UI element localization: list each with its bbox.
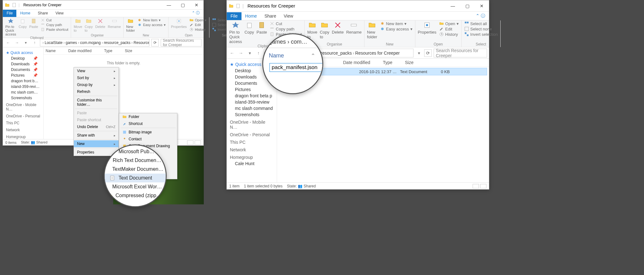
nav-item[interactable]: Screenshots <box>3 95 43 101</box>
view-icons-button[interactable] <box>480 184 486 188</box>
nav-item[interactable]: mc slash command <box>3 89 43 95</box>
rename-button[interactable]: Rename <box>346 21 362 35</box>
col-date[interactable]: Date modified <box>343 60 370 65</box>
tab-view[interactable]: View <box>280 12 297 20</box>
col-type[interactable]: Type <box>383 60 392 65</box>
address-dropdown[interactable]: ▾ <box>415 50 422 57</box>
zoom-item[interactable]: Microsoft Excel Wor… <box>105 182 166 191</box>
move-to-button[interactable]: Move to <box>307 21 317 39</box>
new-folder[interactable]: Folder <box>119 113 177 120</box>
nav-forward-button[interactable]: → <box>14 39 20 46</box>
crumb[interactable]: Resources for Creeper <box>355 51 400 56</box>
new-shortcut[interactable]: Shortcut <box>119 120 177 127</box>
cut-button[interactable]: Cut <box>269 21 302 26</box>
nav-up-button[interactable]: ↑ <box>255 50 262 57</box>
new-item-button[interactable]: ✱New item ▾ <box>380 21 413 26</box>
easy-access-button[interactable]: Easy access ▾ <box>380 26 413 31</box>
crumb[interactable]: games <box>66 40 77 45</box>
open-button[interactable]: Open ▾ <box>439 21 459 26</box>
delete-button[interactable]: Delete <box>332 21 344 35</box>
easy-access-button[interactable]: Easy access ▾ <box>137 23 166 27</box>
history-button[interactable]: History <box>189 27 207 32</box>
view-details-button[interactable] <box>473 184 479 188</box>
copy-to-button[interactable]: Copy to <box>320 21 329 39</box>
copy-button[interactable]: Copy <box>244 21 254 35</box>
history-button[interactable]: History <box>439 32 459 37</box>
new-bitmap[interactable]: Bitmap image <box>119 129 177 136</box>
ctx-sort-by[interactable]: Sort by▸ <box>74 74 119 81</box>
new-folder-button[interactable]: New folder <box>367 21 377 39</box>
refresh-button[interactable]: ⟳ <box>151 39 159 46</box>
onedrive-item[interactable]: OneDrive - Personal <box>227 130 277 138</box>
edit-button[interactable]: Edit <box>189 23 207 27</box>
homegroup-item[interactable]: Homegroup <box>227 153 277 160</box>
crumb[interactable]: Resources for Creeper <box>134 40 149 45</box>
ctx-new[interactable]: New▸ <box>74 140 119 147</box>
nav-pane[interactable]: ★ Quick access Desktop📌 Downloads📌 Docum… <box>3 47 44 139</box>
delete-button[interactable]: Delete <box>95 18 105 29</box>
homegroup-item[interactable]: Homegroup <box>3 133 43 139</box>
onedrive-item[interactable]: OneDrive - Mobile N… <box>227 118 277 130</box>
column-headers[interactable]: Name Date modified Type Size <box>44 47 203 55</box>
nav-back-button[interactable]: ← <box>5 39 12 46</box>
ribbon-help-icon[interactable]: ⌃ ⓘ <box>188 9 203 17</box>
copy-path-button[interactable]: Copy path <box>41 23 68 27</box>
ctx-group-by[interactable]: Group by▸ <box>74 81 119 88</box>
invert-selection-button[interactable]: Invert selection <box>464 32 498 37</box>
ctx-share-with[interactable]: Share with▸ <box>74 132 119 139</box>
nav-forward-button[interactable]: → <box>237 50 244 57</box>
tab-share[interactable]: Share <box>261 12 280 20</box>
network-item[interactable]: Network <box>3 126 43 133</box>
search-input[interactable]: Search Resources for Creeper <box>434 49 487 57</box>
paste-button[interactable]: Paste <box>257 21 267 35</box>
nav-item[interactable]: mc slash command <box>227 105 277 111</box>
refresh-button[interactable]: ⟳ <box>424 49 432 57</box>
properties-button[interactable]: Properties <box>418 21 436 35</box>
nav-item[interactable]: Downloads📌 <box>3 61 43 67</box>
new-contact[interactable]: Contact <box>119 136 177 143</box>
paste-button[interactable]: Paste <box>29 18 38 29</box>
tab-file[interactable]: File <box>3 10 16 17</box>
col-size[interactable]: Size <box>405 60 414 65</box>
nav-item[interactable]: Screenshots <box>227 111 277 118</box>
tab-home[interactable]: Home <box>242 12 261 20</box>
crumb[interactable]: resource_packs <box>104 40 130 45</box>
nav-item[interactable]: Desktop📌 <box>3 56 43 61</box>
nav-recent-button[interactable]: ▾ <box>22 39 29 46</box>
crumb[interactable]: resource_packs <box>321 51 352 56</box>
col-name[interactable]: Name <box>46 49 56 53</box>
tab-share[interactable]: Share <box>34 10 52 17</box>
select-all-button[interactable]: Select all <box>464 21 498 26</box>
new-folder-button[interactable]: New folder <box>126 18 135 32</box>
copy-to-button[interactable]: Copy to <box>85 18 93 32</box>
properties-button[interactable]: Properties <box>171 18 187 29</box>
zoom-item[interactable]: TextMaker Documen… <box>105 165 166 174</box>
col-date[interactable]: Date modified <box>68 49 92 53</box>
tab-view[interactable]: View <box>52 10 67 17</box>
quick-access-header[interactable]: ★ Quick access <box>3 49 43 56</box>
maximize-button[interactable]: ▢ <box>460 0 475 12</box>
view-details-button[interactable] <box>187 140 193 145</box>
search-input[interactable]: Search Resources for Creeper <box>161 39 202 46</box>
pin-to-quick-access-button[interactable]: Pin to Quick access <box>229 21 242 44</box>
nav-user[interactable]: Cale Hunt <box>227 160 277 167</box>
nav-recent-button[interactable]: ▾ <box>246 50 253 57</box>
view-icons-button[interactable] <box>195 140 201 145</box>
nav-item[interactable]: island-359-review <box>3 84 43 89</box>
ribbon-help-icon[interactable]: ⌃ ⓘ <box>472 12 489 20</box>
network-item[interactable]: Network <box>227 145 277 153</box>
cut-button[interactable]: Cut <box>41 18 68 22</box>
thispc-item[interactable]: This PC <box>3 119 43 126</box>
onedrive-item[interactable]: OneDrive - Mobile N… <box>3 101 43 112</box>
close-button[interactable]: ✕ <box>190 0 203 10</box>
titlebar[interactable]: | Resources for Creeper ― ▢ ✕ <box>227 0 489 12</box>
nav-item[interactable]: island-359-review <box>227 99 277 105</box>
nav-item[interactable]: Pictures <box>227 86 277 93</box>
nav-item[interactable]: dragon front beta p <box>3 78 43 84</box>
minimize-button[interactable]: ― <box>162 0 176 10</box>
col-size[interactable]: Size <box>125 49 132 53</box>
rename-input[interactable] <box>269 63 323 72</box>
context-menu[interactable]: View▸ Sort by▸ Group by▸ Refresh Customi… <box>74 67 119 156</box>
ctx-customise-folder[interactable]: Customise this folder… <box>74 97 119 108</box>
paste-shortcut-button[interactable]: Paste shortcut <box>41 27 68 32</box>
